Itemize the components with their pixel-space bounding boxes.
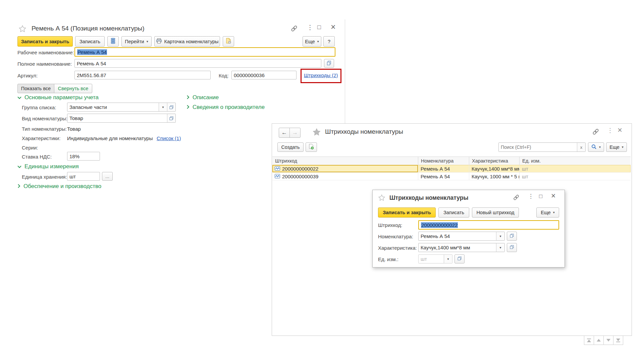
dialog-unit-open-button[interactable] (454, 254, 465, 263)
chevron-down-icon: ▾ (599, 145, 601, 149)
reports-button[interactable] (107, 36, 119, 47)
link-icon[interactable] (592, 128, 599, 136)
chevron-down-icon: ▾ (147, 40, 148, 43)
open-icon[interactable] (167, 114, 175, 122)
show-all-button[interactable]: Показать все (17, 84, 54, 93)
go-first-button[interactable] (584, 336, 594, 345)
chevron-down-icon[interactable]: ▾ (496, 243, 504, 252)
chevron-down-icon[interactable]: ▾ (159, 103, 167, 111)
dialog-characteristic-combo[interactable]: Каучук,1400 мм*8 мм ▾ (418, 243, 505, 252)
group-label: Группа списка: (22, 105, 56, 110)
storage-unit-input[interactable]: шт (67, 172, 100, 181)
code-label: Код: (219, 73, 229, 78)
section-main-params[interactable]: Основные параметры учета (17, 94, 99, 101)
list-more-button[interactable]: Еще▾ (606, 142, 627, 152)
chevron-down-icon: ▾ (317, 40, 319, 43)
column-header-unit[interactable]: Ед. изм. (520, 157, 631, 165)
search-input[interactable] (499, 143, 577, 152)
close-icon[interactable]: × (618, 126, 622, 134)
back-button[interactable]: ← (279, 128, 290, 138)
barcodes-link[interactable]: Штрихкоды (2) (304, 72, 338, 78)
section-units[interactable]: Единицы измерения (17, 163, 79, 170)
type-label: Тип номенклатуры: (22, 126, 67, 132)
working-name-input[interactable]: Ремень А 54 (74, 47, 335, 57)
new-barcode-button[interactable]: Новый штрихкод (472, 207, 519, 218)
article-label: Артикул: (17, 73, 38, 78)
table-row[interactable]: 2000000000022 Ремень А 54 Каучук,1400 мм… (272, 165, 631, 173)
go-up-button[interactable] (594, 336, 604, 345)
kebab-menu-icon[interactable]: ⋮ (307, 24, 313, 31)
kebab-menu-icon[interactable]: ⋮ (528, 193, 534, 199)
group-combo[interactable]: Запасные части ▾ (67, 103, 176, 112)
link-icon[interactable] (290, 25, 298, 33)
close-icon[interactable]: × (551, 192, 555, 200)
table-row[interactable]: 2000000000039 Ремень А 54 Каучук, 1000 м… (272, 173, 631, 180)
chevron-down-icon[interactable]: ▾ (444, 255, 452, 263)
kind-combo[interactable]: Товар (67, 114, 176, 123)
characteristics-label: Характеристики: (22, 135, 60, 141)
dialog-save-close-button[interactable]: Записать и закрыть (378, 207, 436, 218)
section-description[interactable]: Описание (186, 94, 219, 101)
search-button[interactable]: ▾ (588, 142, 604, 152)
dialog-more-button[interactable]: Еще▾ (536, 207, 559, 218)
column-header-nomenclature[interactable]: Номенклатура (418, 157, 469, 165)
help-button[interactable]: ? (323, 36, 335, 47)
full-name-input[interactable]: Ремень А 54 (74, 59, 321, 68)
vat-input[interactable]: 18% (67, 152, 100, 161)
goto-button[interactable]: Перейти▾ (121, 36, 152, 47)
column-header-barcode[interactable]: Штрихкод (272, 157, 418, 165)
collapse-all-button[interactable]: Свернуть все (54, 84, 92, 93)
create-button[interactable]: Создать (277, 142, 304, 152)
print-label-button[interactable] (223, 36, 234, 47)
favorite-star-icon[interactable] (378, 194, 385, 202)
barcode-dialog: Штрихкоды номенклатуры ⋮ □ × Записать и … (372, 190, 565, 267)
section-supply[interactable]: Обеспечение и производство (17, 183, 101, 190)
maximize-icon[interactable]: □ (539, 193, 542, 199)
go-down-button[interactable] (603, 336, 613, 345)
article-input[interactable]: 2М551.56.87 (74, 71, 211, 79)
search-box[interactable]: x (498, 142, 586, 152)
save-close-button[interactable]: Записать и закрыть (17, 36, 73, 47)
column-header-characteristic[interactable]: Характеристика (469, 157, 520, 165)
section-manufacturer[interactable]: Сведения о производителе (186, 104, 265, 111)
chevron-right-icon (186, 94, 190, 101)
characteristics-value: Индивидуальные для номенклатуры (67, 135, 153, 141)
item-card-button[interactable]: Карточка номенклатуры (154, 36, 220, 47)
barcode-icon (275, 166, 280, 172)
chevron-down-icon[interactable]: ▾ (496, 232, 504, 240)
save-button[interactable]: Записать (75, 36, 105, 47)
go-last-button[interactable] (613, 336, 623, 345)
dialog-characteristic-open-button[interactable] (507, 243, 517, 252)
barcode-table: Штрихкод Номенклатура Характеристика Ед.… (272, 157, 631, 180)
favorite-star-icon[interactable] (18, 25, 26, 34)
document-clock-icon (226, 38, 231, 45)
maximize-icon[interactable]: □ (317, 24, 321, 30)
vat-label: Ставка НДС: (22, 154, 52, 160)
document-plus-icon (309, 144, 314, 151)
dialog-unit-combo: шт ▾ (418, 254, 452, 263)
dialog-save-button[interactable]: Записать (438, 207, 469, 218)
copy-pages-icon (327, 61, 331, 66)
dialog-nomenclature-combo[interactable]: Ремень А 54 ▾ (418, 232, 505, 241)
dialog-barcode-input[interactable]: 2000000000022 (418, 220, 559, 230)
printer-icon (156, 38, 162, 45)
characteristics-list-link[interactable]: Список (1) (157, 135, 181, 141)
dialog-characteristic-label: Характеристика: (378, 245, 417, 251)
open-icon[interactable] (167, 103, 175, 111)
clear-search-icon[interactable]: x (577, 143, 585, 152)
more-button[interactable]: Еще▾ (303, 36, 321, 47)
forward-button[interactable]: → (289, 128, 301, 138)
close-icon[interactable]: × (331, 23, 336, 31)
storage-unit-more-button[interactable]: ... (102, 172, 113, 181)
dialog-nomenclature-open-button[interactable] (507, 232, 517, 241)
favorite-star-icon[interactable] (312, 128, 321, 137)
kebab-menu-icon[interactable]: ⋮ (607, 127, 613, 133)
chevron-down-icon (17, 163, 21, 170)
copy-name-button[interactable] (324, 59, 334, 68)
desktop: Ремень А 54 (Позиция номенклатуры) ⋮ □ ×… (0, 0, 644, 362)
create-group-button[interactable] (306, 142, 317, 152)
chevron-right-icon (186, 104, 190, 111)
code-input[interactable]: 00000000036 (231, 71, 297, 79)
full-name-label: Полное наименование: (17, 61, 72, 67)
link-icon[interactable] (513, 194, 520, 202)
